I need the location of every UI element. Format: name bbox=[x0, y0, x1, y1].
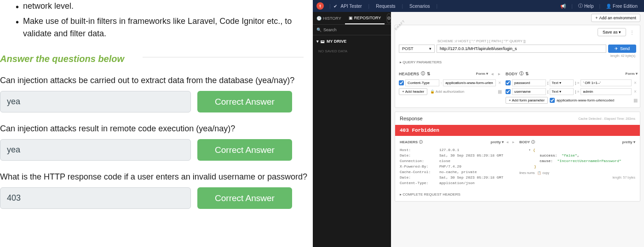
bullet-text: Make use of built-in filters in framewor… bbox=[23, 15, 308, 40]
answer-row: Correct Answer bbox=[0, 187, 308, 209]
nav-right-icon[interactable]: ▸ bbox=[511, 140, 516, 144]
info-icon[interactable]: ⓘ bbox=[421, 71, 425, 77]
param-checkbox[interactable] bbox=[506, 89, 511, 94]
grid-icon[interactable]: ▦ bbox=[498, 89, 502, 94]
more-menu-button[interactable]: ⋮ bbox=[628, 29, 636, 36]
send-icon: ✈ bbox=[615, 46, 618, 51]
param-value-input[interactable] bbox=[581, 88, 632, 95]
send-button[interactable]: ✈Send bbox=[608, 45, 636, 53]
response-header-row: Cache-Control:no-cache, private bbox=[400, 169, 516, 175]
response-header-row: Date:Sat, 30 Sep 2023 05:29:18 GMT bbox=[400, 175, 516, 180]
pretty-dropdown[interactable]: pretty ▾ bbox=[622, 140, 635, 144]
search-bar[interactable]: 🔍Search bbox=[313, 25, 391, 35]
headers-label: HEADERS bbox=[400, 140, 418, 144]
body-view-dropdown[interactable]: Form ▾ bbox=[626, 72, 638, 76]
text-block: network level. Make use of built-in filt… bbox=[0, 0, 308, 47]
param-name-input[interactable] bbox=[512, 88, 546, 95]
drive-icon: 🖴 bbox=[321, 39, 325, 44]
response-body-col: BODY ⓘ pretty ▾ ▾ { success: "false", ca… bbox=[519, 140, 635, 186]
response-title: Response bbox=[400, 116, 423, 121]
copy-button[interactable]: 📋 copy bbox=[537, 171, 549, 174]
app-title: API Tester bbox=[337, 4, 366, 9]
nav-right-icon[interactable]: ▸ bbox=[497, 72, 502, 76]
drive-header[interactable]: ▾🖴MY DRIVE bbox=[313, 35, 391, 47]
body-length-label: length: 57 bytes bbox=[519, 176, 635, 179]
plus-icon: + bbox=[509, 98, 511, 102]
body-label: BODY bbox=[506, 72, 518, 76]
param-name-input[interactable] bbox=[512, 79, 546, 86]
remove-icon[interactable]: × bbox=[633, 80, 638, 85]
bullet-text: network level. bbox=[23, 0, 308, 12]
answer-row: Correct Answer bbox=[0, 91, 308, 112]
response-header-row: Date:Sat, 30 Sep 2023 05:29:18 GMT bbox=[400, 153, 516, 158]
body-param-row: [ Text ▾ ] = × bbox=[506, 88, 638, 95]
add-auth-link[interactable]: 🔒 Add authorization bbox=[430, 90, 464, 94]
body-label: BODY bbox=[519, 140, 530, 144]
help-link[interactable]: ⓘ Help bbox=[575, 3, 597, 9]
param-value-input[interactable] bbox=[581, 79, 632, 86]
response-header-row: X-Powered-By:PHP/7.4.29 bbox=[400, 164, 516, 169]
param-checkbox[interactable] bbox=[506, 80, 511, 85]
pretty-dropdown[interactable]: pretty ▾ bbox=[491, 140, 504, 144]
header-checkbox[interactable] bbox=[399, 80, 404, 85]
app-logo[interactable]: t bbox=[316, 2, 324, 10]
response-header-row: Content-Type:application/json bbox=[400, 180, 516, 186]
add-header-button[interactable]: +Add header bbox=[399, 88, 427, 95]
nav-left-icon[interactable]: ◂ bbox=[505, 140, 510, 144]
content-area: +Add an environment DRAFT Save as ▾ ⋮ SC… bbox=[391, 12, 644, 247]
correct-answer-button[interactable]: Correct Answer bbox=[197, 139, 292, 161]
nav-requests[interactable]: Requests bbox=[372, 4, 399, 9]
top-bar: t | ✔ API Tester | Requests | Scenarios … bbox=[313, 0, 644, 12]
folder-icon: ▣ bbox=[349, 16, 353, 20]
add-form-param-button[interactable]: +Add form parameter bbox=[506, 97, 548, 104]
tab-history[interactable]: 🕑 HISTORY bbox=[313, 12, 345, 24]
info-icon[interactable]: ⓘ bbox=[519, 71, 523, 77]
header-name-input[interactable] bbox=[405, 79, 439, 86]
complete-headers-toggle[interactable]: COMPLETE REQUEST HEADERS bbox=[395, 190, 640, 201]
encoding-label: application/x-www-form-urlencoded bbox=[557, 98, 614, 102]
header-value-input[interactable] bbox=[443, 79, 496, 86]
param-type-select[interactable]: Text ▾ bbox=[550, 88, 574, 95]
answer-input[interactable] bbox=[0, 139, 191, 161]
query-params-toggle[interactable]: QUERY PARAMETERS bbox=[395, 59, 640, 68]
section-heading: Answer the questions below bbox=[0, 47, 308, 66]
url-input[interactable] bbox=[437, 45, 606, 53]
question-text: Can injection attacks be carried out to … bbox=[0, 66, 308, 91]
sort-icon[interactable]: ⇅ bbox=[525, 72, 529, 76]
question-text: Can injection attacks result in remote c… bbox=[0, 114, 308, 139]
nav-left-icon[interactable]: ◂ bbox=[490, 72, 495, 76]
response-header-row: Host:127.0.0.1 bbox=[400, 147, 516, 153]
info-icon[interactable]: ⓘ bbox=[419, 140, 423, 145]
headers-view-dropdown[interactable]: Form ▾ bbox=[476, 72, 488, 76]
nav-scenarios[interactable]: Scenarios bbox=[406, 4, 433, 9]
edition-label[interactable]: 👤 Free Edition bbox=[603, 4, 640, 9]
add-environment-button[interactable]: +Add an environment bbox=[591, 14, 640, 22]
answer-input[interactable] bbox=[0, 91, 191, 112]
param-type-select[interactable]: Text ▾ bbox=[550, 79, 574, 86]
request-card: DRAFT Save as ▾ ⋮ SCHEME :// HOST [ ":" … bbox=[395, 25, 640, 108]
response-card: Response Cache Detected - Elapsed Time: … bbox=[395, 112, 640, 202]
encoding-checkbox[interactable] bbox=[550, 98, 555, 103]
api-tester-panel: t | ✔ API Tester | Requests | Scenarios … bbox=[313, 0, 644, 247]
no-data-label: NO SAVED DATA bbox=[313, 47, 391, 55]
chevron-down-icon: ▾ bbox=[316, 39, 319, 44]
answer-input[interactable] bbox=[0, 187, 191, 209]
megaphone-icon[interactable]: 📢 bbox=[558, 4, 569, 9]
remove-icon[interactable]: × bbox=[497, 80, 502, 85]
clock-icon: 🕑 bbox=[316, 16, 322, 21]
sort-icon[interactable]: ⇅ bbox=[427, 72, 431, 76]
method-select[interactable]: POST▾ bbox=[399, 45, 435, 53]
plus-icon: + bbox=[595, 16, 598, 20]
grid-icon[interactable]: ▦ bbox=[633, 98, 638, 103]
correct-answer-button[interactable]: Correct Answer bbox=[197, 187, 292, 209]
info-icon[interactable]: ⓘ bbox=[531, 140, 535, 145]
body-param-row: [ Text ▾ ] = × bbox=[506, 79, 638, 86]
tab-repository[interactable]: ▣ REPOSITORY bbox=[345, 12, 385, 24]
linenums-toggle[interactable]: lines nums bbox=[519, 171, 535, 174]
body-column: BODY ⓘ ⇅ Form ▾ [ Text ▾ ] = bbox=[506, 71, 638, 104]
save-as-button[interactable]: Save as ▾ bbox=[598, 28, 626, 36]
answer-row: Correct Answer bbox=[0, 139, 308, 161]
remove-icon[interactable]: × bbox=[633, 89, 638, 94]
sidebar: 🕑 HISTORY ▣ REPOSITORY ⚙ 🔍Search ▾🖴MY DR… bbox=[313, 12, 391, 247]
correct-answer-button[interactable]: Correct Answer bbox=[197, 91, 292, 112]
